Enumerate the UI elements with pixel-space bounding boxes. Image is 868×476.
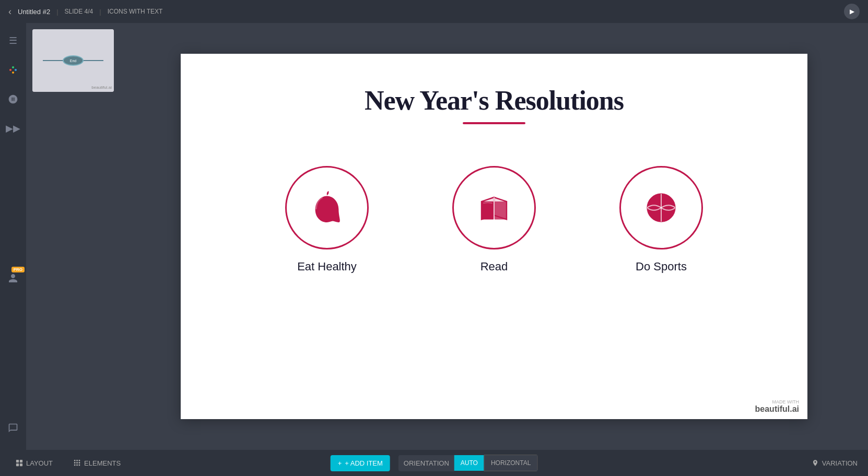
add-item-label: + ADD ITEM [345, 459, 383, 467]
icon-item-eat-healthy: Eat Healthy [285, 166, 369, 273]
sidebar-palette-icon[interactable] [4, 61, 22, 79]
auto-button[interactable]: AUTO [454, 455, 484, 471]
account-icon[interactable]: PRO [4, 269, 22, 288]
svg-rect-17 [74, 462, 76, 463]
svg-rect-16 [79, 460, 80, 461]
svg-point-0 [9, 69, 11, 71]
watermark-made-text: MADE WITH [755, 399, 799, 404]
svg-rect-18 [76, 462, 78, 463]
add-item-icon: + [338, 459, 342, 467]
read-circle [452, 166, 536, 249]
slide-thumb-content: End beautiful.ai [32, 29, 114, 92]
variation-button[interactable]: VARIATION [812, 459, 858, 467]
layout-button[interactable]: LAYOUT [10, 456, 58, 470]
slide-thumb-watermark: beautiful.ai [91, 85, 112, 90]
canvas-area: New Year's Resolutions Eat Healthy [120, 23, 868, 450]
eat-healthy-label: Eat Healthy [297, 260, 357, 273]
svg-point-3 [12, 72, 14, 74]
sidebar-theme-icon[interactable] [4, 90, 22, 109]
orientation-group: ORIENTATION AUTO HORIZONTAL [398, 455, 537, 471]
slide-thumbnail[interactable]: End beautiful.ai [32, 29, 114, 92]
play-button[interactable]: ▶ [844, 4, 860, 19]
svg-rect-12 [16, 463, 19, 466]
svg-rect-19 [79, 462, 80, 463]
watermark: MADE WITH beautiful.ai [755, 399, 799, 414]
svg-rect-13 [20, 463, 22, 466]
elements-label: ELEMENTS [84, 459, 121, 467]
svg-rect-15 [76, 460, 78, 461]
play-icon: ▶ [850, 8, 854, 15]
do-sports-label: Do Sports [636, 260, 687, 273]
layout-label: LAYOUT [26, 459, 53, 467]
left-sidebar: ☰ ▶▶ PRO [0, 23, 26, 450]
svg-rect-21 [76, 465, 78, 466]
variation-icon [812, 459, 819, 467]
top-bar: ‹ Untitled #2 | SLIDE 4/4 | ICONS WITH T… [0, 0, 868, 23]
svg-point-1 [12, 66, 14, 68]
icon-item-read: Read [452, 166, 536, 273]
main-area: ☰ ▶▶ PRO [0, 23, 868, 450]
svg-rect-11 [20, 460, 22, 462]
layout-icon [16, 459, 23, 467]
pro-badge: PRO [11, 267, 25, 272]
book-icon [473, 187, 515, 229]
account-area: PRO [4, 269, 22, 288]
read-label: Read [480, 260, 508, 273]
do-sports-circle [619, 166, 703, 249]
separator2: | [99, 8, 101, 16]
document-title[interactable]: Untitled #2 [18, 8, 50, 16]
slide-canvas[interactable]: New Year's Resolutions Eat Healthy [181, 54, 807, 419]
back-button[interactable]: ‹ [8, 6, 11, 17]
horizontal-button[interactable]: HORIZONTAL [484, 455, 537, 471]
add-item-button[interactable]: + + ADD ITEM [331, 455, 390, 471]
variation-label: VARIATION [822, 459, 858, 467]
sidebar-menu-icon[interactable]: ☰ [4, 31, 22, 50]
slide-underline [463, 122, 525, 124]
slide-info: SLIDE 4/4 [65, 8, 93, 15]
svg-rect-10 [16, 460, 19, 462]
icon-item-do-sports: Do Sports [619, 166, 703, 273]
basketball-icon [640, 187, 682, 229]
svg-rect-4 [482, 201, 494, 219]
elements-icon [74, 459, 81, 467]
center-controls: + + ADD ITEM ORIENTATION AUTO HORIZONTAL [331, 455, 538, 471]
elements-button[interactable]: ELEMENTS [68, 456, 126, 470]
sidebar-present-icon[interactable]: ▶▶ [4, 119, 22, 138]
svg-rect-5 [494, 201, 507, 219]
slide-panel: End beautiful.ai [26, 23, 120, 450]
svg-rect-20 [74, 465, 76, 466]
end-node: End [63, 55, 84, 66]
svg-rect-22 [79, 465, 80, 466]
eat-healthy-circle [285, 166, 369, 249]
slide-title: New Year's Resolutions [365, 85, 624, 116]
separator1: | [56, 8, 58, 16]
layout-name: ICONS WITH TEXT [108, 8, 163, 15]
chat-icon[interactable] [4, 419, 22, 437]
orientation-label: ORIENTATION [398, 455, 454, 471]
watermark-brand-text: beautiful.ai [755, 404, 799, 413]
svg-rect-14 [74, 460, 76, 461]
icons-row: Eat Healthy [285, 166, 703, 273]
apple-icon [306, 187, 348, 229]
svg-point-2 [15, 69, 17, 71]
bottom-toolbar: LAYOUT ELEMENTS + + ADD ITEM ORIENTATION… [0, 450, 868, 476]
